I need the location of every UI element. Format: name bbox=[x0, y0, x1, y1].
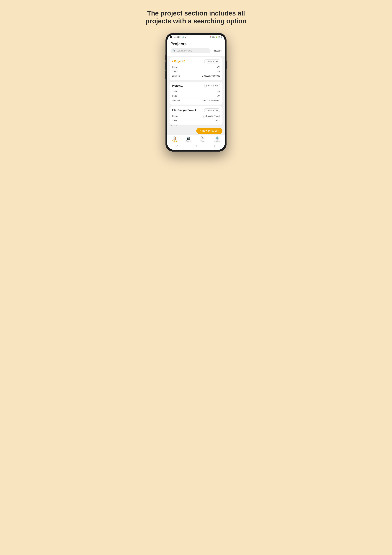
open-web-icon-0: ⊡ bbox=[206, 60, 207, 62]
project-nav-icon: 📋 bbox=[172, 136, 176, 140]
detail-location-1: Location: 0.000000, 0.000000 bbox=[172, 98, 220, 102]
detail-client-2: Client: Filio Sample Project bbox=[172, 114, 220, 118]
code-value-2: Filio... bbox=[214, 119, 220, 122]
location-label-1: Location: bbox=[172, 99, 180, 102]
client-value-2: Filio Sample Project bbox=[202, 115, 220, 117]
open-web-icon-1: ⊡ bbox=[206, 85, 207, 87]
status-right: 📍 13% 🔋 12:42 bbox=[210, 36, 222, 38]
nav-item-settings[interactable]: ⚙️ Settings bbox=[214, 136, 220, 142]
open-web-icon-2: ⊡ bbox=[206, 109, 207, 111]
open-web-btn-2[interactable]: ⊡ Open in Web bbox=[204, 108, 220, 112]
project-card-0[interactable]: Project 2 ⊡ Open in Web Client: N/A Code… bbox=[170, 57, 222, 80]
location-value-1: 0.000000, 0.000000 bbox=[202, 99, 220, 102]
detail-client-0: Client: N/A bbox=[172, 65, 220, 69]
side-button-left-3 bbox=[165, 71, 166, 79]
side-button-right bbox=[226, 61, 227, 69]
battery-text: 13% bbox=[212, 36, 215, 38]
gallery-nav-label: Gallery bbox=[200, 140, 205, 142]
project-name-2: Filio Sample Project bbox=[172, 109, 196, 112]
nfc-icon: ▦ bbox=[185, 37, 186, 38]
fab-container: Location: + NEW PROJECT bbox=[167, 126, 225, 135]
wifi-icon: 🔗 bbox=[182, 37, 184, 38]
recent-button[interactable]: □ bbox=[214, 145, 216, 147]
project-card-header-2: Filio Sample Project ⊡ Open in Web bbox=[172, 108, 220, 112]
fab-plus-icon: + bbox=[200, 130, 201, 132]
settings-nav-icon: ⚙️ bbox=[215, 136, 219, 140]
detail-code-1: Code: N/A bbox=[172, 94, 220, 98]
phone-shell: 3G ▍▍ ▍▍▍ 🔗 ▦ 📍 13% 🔋 12:42 Projects 🔍 bbox=[166, 33, 226, 152]
phone-screen: 3G ▍▍ ▍▍▍ 🔗 ▦ 📍 13% 🔋 12:42 Projects 🔍 bbox=[167, 35, 225, 150]
location-value-0: 0.000000, 0.000000 bbox=[202, 75, 220, 77]
open-web-btn-0[interactable]: ⊡ Open in Web bbox=[204, 59, 220, 63]
battery-icon: 🔋 bbox=[216, 36, 218, 38]
status-bar: 3G ▍▍ ▍▍▍ 🔗 ▦ 📍 13% 🔋 12:42 bbox=[167, 35, 225, 39]
page-title: Projects bbox=[170, 42, 222, 46]
project-card-2[interactable]: Filio Sample Project ⊡ Open in Web Clien… bbox=[170, 106, 222, 125]
back-button[interactable]: ◁ bbox=[176, 145, 178, 147]
code-label-2: Code: bbox=[172, 119, 178, 122]
bottom-nav: 📋 Project 📷 Camera 🖼 Gallery ⚙️ Settings bbox=[167, 135, 225, 143]
code-value-1: N/A bbox=[217, 95, 220, 97]
nav-item-gallery[interactable]: 🖼 Gallery bbox=[200, 136, 205, 142]
gallery-nav-icon: 🖼 bbox=[201, 136, 204, 140]
partial-location-label: Location: bbox=[170, 124, 178, 127]
client-value-0: N/A bbox=[217, 66, 220, 68]
client-label-2: Client: bbox=[172, 115, 178, 117]
open-web-btn-1[interactable]: ⊡ Open in Web bbox=[204, 84, 220, 88]
app-header: Projects 🔍 Search Projects 4 Results bbox=[167, 39, 225, 56]
side-button-left-2 bbox=[165, 62, 166, 70]
client-value-1: N/A bbox=[217, 90, 220, 93]
client-label-1: Client: bbox=[172, 90, 178, 93]
signal-text: 3G ▍▍ ▍▍▍ bbox=[174, 37, 182, 38]
project-nav-label: Project bbox=[172, 140, 177, 142]
side-button-left-1 bbox=[165, 55, 166, 60]
search-placeholder: Search Projects bbox=[177, 50, 192, 52]
project-card-1[interactable]: Project 1 ⊡ Open in Web Client: N/A Code… bbox=[170, 82, 222, 105]
code-label-0: Code: bbox=[172, 70, 178, 73]
project-name-0: Project 2 bbox=[172, 60, 185, 63]
projects-list: Project 2 ⊡ Open in Web Client: N/A Code… bbox=[167, 56, 225, 126]
client-label-0: Client: bbox=[172, 66, 178, 68]
search-icon: 🔍 bbox=[173, 50, 175, 52]
detail-client-1: Client: N/A bbox=[172, 89, 220, 94]
app-content: Projects 🔍 Search Projects 4 Results bbox=[167, 39, 225, 150]
project-name-1: Project 1 bbox=[172, 84, 183, 87]
detail-code-0: Code: N/A bbox=[172, 69, 220, 74]
camera-nav-label: Camera bbox=[186, 140, 191, 142]
project-card-header-0: Project 2 ⊡ Open in Web bbox=[172, 59, 220, 63]
location-icon: 📍 bbox=[210, 36, 211, 38]
nav-item-project[interactable]: 📋 Project bbox=[172, 136, 177, 142]
project-card-header-1: Project 1 ⊡ Open in Web bbox=[172, 84, 220, 88]
front-camera bbox=[170, 36, 172, 38]
location-label-0: Location: bbox=[172, 75, 180, 77]
search-box[interactable]: 🔍 Search Projects bbox=[170, 48, 211, 53]
new-project-button[interactable]: + NEW PROJECT bbox=[196, 128, 222, 134]
home-button[interactable]: ○ bbox=[195, 145, 197, 147]
nav-item-camera[interactable]: 📷 Camera bbox=[186, 136, 191, 142]
code-value-0: N/A bbox=[217, 70, 220, 73]
camera-nav-icon: 📷 bbox=[187, 136, 190, 140]
code-label-1: Code: bbox=[172, 95, 178, 97]
active-dot-0 bbox=[172, 61, 173, 62]
clock: 12:42 bbox=[218, 36, 222, 38]
android-nav-bar: ◁ ○ □ bbox=[167, 143, 225, 150]
search-row: 🔍 Search Projects 4 Results bbox=[170, 48, 222, 53]
status-left: 3G ▍▍ ▍▍▍ 🔗 ▦ bbox=[170, 36, 186, 38]
page-headline: The project section includes all project… bbox=[143, 9, 249, 25]
detail-location-0: Location: 0.000000, 0.000000 bbox=[172, 74, 220, 78]
detail-code-2: Code: Filio... bbox=[172, 118, 220, 123]
results-count: 4 Results bbox=[212, 50, 222, 52]
settings-nav-label: Settings bbox=[214, 140, 220, 142]
fab-label: NEW PROJECT bbox=[203, 130, 219, 132]
